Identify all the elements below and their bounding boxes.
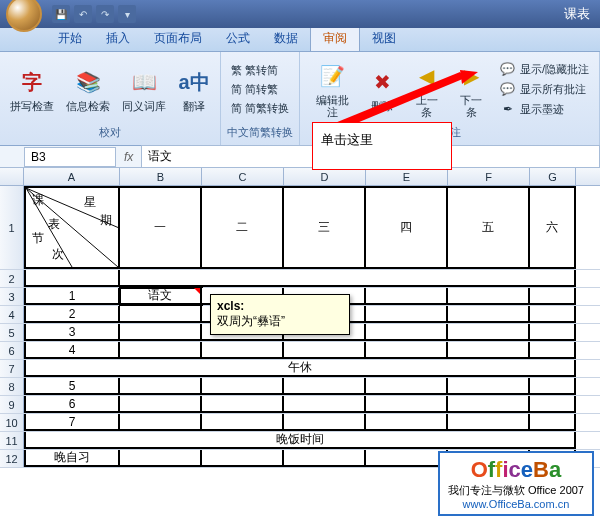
cell[interactable] bbox=[530, 396, 576, 413]
col-header-b[interactable]: B bbox=[120, 168, 202, 185]
row-header[interactable]: 5 bbox=[0, 324, 24, 341]
cell[interactable] bbox=[120, 378, 202, 395]
chinese-convert-button[interactable]: 简 简繁转换 bbox=[227, 100, 293, 117]
cell[interactable] bbox=[530, 378, 576, 395]
office-button[interactable] bbox=[6, 0, 42, 32]
show-hide-comment-button[interactable]: 💬显示/隐藏批注 bbox=[496, 60, 593, 78]
cell[interactable]: 2 bbox=[24, 306, 120, 323]
cell[interactable] bbox=[530, 306, 576, 323]
cell[interactable] bbox=[284, 378, 366, 395]
col-header-e[interactable]: E bbox=[366, 168, 448, 185]
research-button[interactable]: 📚 信息检索 bbox=[62, 64, 114, 114]
cell[interactable] bbox=[530, 342, 576, 359]
select-all-corner[interactable] bbox=[0, 168, 24, 185]
thesaurus-button[interactable]: 📖 同义词库 bbox=[118, 64, 170, 114]
tab-pagelayout[interactable]: 页面布局 bbox=[142, 26, 214, 51]
col-header-c[interactable]: C bbox=[202, 168, 284, 185]
cell[interactable] bbox=[448, 324, 530, 341]
merged-cell[interactable]: 晚饭时间 bbox=[24, 432, 576, 449]
show-all-comments-button[interactable]: 💬显示所有批注 bbox=[496, 80, 593, 98]
cell[interactable] bbox=[202, 378, 284, 395]
cell[interactable] bbox=[366, 324, 448, 341]
cell[interactable] bbox=[366, 414, 448, 431]
comment-popup[interactable]: xcls: 双周为“彝语” bbox=[210, 294, 350, 335]
tab-home[interactable]: 开始 bbox=[46, 26, 94, 51]
cell[interactable]: 晚自习 bbox=[24, 450, 120, 467]
cell[interactable] bbox=[202, 342, 284, 359]
cell[interactable]: 三 bbox=[284, 186, 366, 269]
cell[interactable]: 四 bbox=[366, 186, 448, 269]
cell[interactable]: 五 bbox=[448, 186, 530, 269]
cell[interactable] bbox=[366, 396, 448, 413]
tab-view[interactable]: 视图 bbox=[360, 26, 408, 51]
row-header[interactable]: 7 bbox=[0, 360, 24, 377]
cell[interactable]: 1 bbox=[24, 288, 120, 305]
diagonal-header-cell[interactable]: 课 星 表 期 节 次 bbox=[24, 186, 120, 269]
simp-to-trad-button[interactable]: 繁 繁转简 bbox=[227, 62, 293, 79]
row-header[interactable]: 12 bbox=[0, 450, 24, 467]
cell[interactable]: 3 bbox=[24, 324, 120, 341]
cell[interactable]: 一 bbox=[120, 186, 202, 269]
tab-data[interactable]: 数据 bbox=[262, 26, 310, 51]
col-header-g[interactable]: G bbox=[530, 168, 576, 185]
qat-save[interactable]: 💾 bbox=[52, 5, 70, 23]
cell[interactable] bbox=[120, 414, 202, 431]
merged-cell[interactable]: 午休 bbox=[24, 360, 576, 377]
cell[interactable] bbox=[448, 342, 530, 359]
cell[interactable] bbox=[24, 270, 120, 287]
cell[interactable] bbox=[448, 288, 530, 305]
qat-dropdown[interactable]: ▾ bbox=[118, 5, 136, 23]
cell[interactable]: 5 bbox=[24, 378, 120, 395]
cell[interactable] bbox=[366, 288, 448, 305]
cell[interactable]: 6 bbox=[24, 396, 120, 413]
cell[interactable] bbox=[202, 396, 284, 413]
qat-undo[interactable]: ↶ bbox=[74, 5, 92, 23]
col-header-d[interactable]: D bbox=[284, 168, 366, 185]
cell[interactable] bbox=[448, 396, 530, 413]
cell[interactable] bbox=[120, 396, 202, 413]
cell[interactable]: 六 bbox=[530, 186, 576, 269]
row-header[interactable]: 10 bbox=[0, 414, 24, 431]
cell[interactable] bbox=[120, 324, 202, 341]
cell[interactable] bbox=[530, 288, 576, 305]
trad-to-simp-button[interactable]: 简 简转繁 bbox=[227, 81, 293, 98]
cell[interactable] bbox=[284, 396, 366, 413]
qat-redo[interactable]: ↷ bbox=[96, 5, 114, 23]
tab-insert[interactable]: 插入 bbox=[94, 26, 142, 51]
cell[interactable] bbox=[120, 450, 202, 467]
name-box[interactable]: B3 bbox=[24, 147, 116, 167]
cell[interactable] bbox=[202, 414, 284, 431]
show-ink-button[interactable]: ✒显示墨迹 bbox=[496, 100, 593, 118]
cell[interactable] bbox=[448, 414, 530, 431]
tab-review[interactable]: 审阅 bbox=[310, 25, 360, 51]
tab-formulas[interactable]: 公式 bbox=[214, 26, 262, 51]
row-header[interactable]: 3 bbox=[0, 288, 24, 305]
cell[interactable] bbox=[120, 342, 202, 359]
cell[interactable] bbox=[284, 414, 366, 431]
row-header[interactable]: 1 bbox=[0, 186, 24, 269]
cell[interactable] bbox=[530, 324, 576, 341]
cell[interactable] bbox=[448, 306, 530, 323]
fx-icon[interactable]: fx bbox=[116, 150, 141, 164]
cell[interactable] bbox=[366, 342, 448, 359]
merged-cell[interactable] bbox=[120, 270, 576, 287]
cell[interactable]: 7 bbox=[24, 414, 120, 431]
row-header[interactable]: 11 bbox=[0, 432, 24, 449]
row-header[interactable]: 4 bbox=[0, 306, 24, 323]
cell[interactable] bbox=[284, 450, 366, 467]
cell[interactable] bbox=[284, 342, 366, 359]
col-header-f[interactable]: F bbox=[448, 168, 530, 185]
cell[interactable] bbox=[530, 414, 576, 431]
cell[interactable] bbox=[120, 306, 202, 323]
row-header[interactable]: 8 bbox=[0, 378, 24, 395]
selected-cell[interactable]: 语文 bbox=[120, 288, 202, 305]
cell[interactable]: 4 bbox=[24, 342, 120, 359]
row-header[interactable]: 2 bbox=[0, 270, 24, 287]
translate-button[interactable]: a中 翻译 bbox=[174, 64, 214, 114]
row-header[interactable]: 9 bbox=[0, 396, 24, 413]
row-header[interactable]: 6 bbox=[0, 342, 24, 359]
col-header-a[interactable]: A bbox=[24, 168, 120, 185]
cell[interactable] bbox=[366, 378, 448, 395]
cell[interactable]: 二 bbox=[202, 186, 284, 269]
spell-check-button[interactable]: 字 拼写检查 bbox=[6, 64, 58, 114]
